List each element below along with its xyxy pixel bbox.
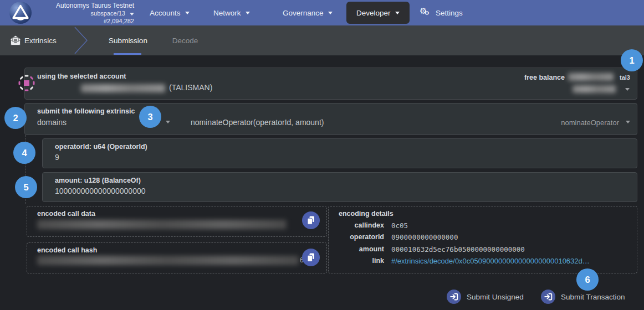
encoding-key-link: link [329, 257, 384, 265]
selected-account-panel[interactable]: using the selected account (TALISMAN) fr… [24, 68, 637, 100]
submit-unsigned-button[interactable]: Submit Unsigned [447, 290, 524, 304]
method-signature: nominateOperator(operatorId, amount) [191, 118, 324, 127]
chevron-down-icon [130, 13, 134, 16]
tab-submission[interactable]: Submission [103, 25, 153, 55]
tab-decode[interactable]: Decode [165, 25, 205, 55]
encoding-details-box: encoding details callindex 0c05 operator… [328, 206, 637, 273]
annotation-badge-4: 4 [13, 142, 35, 164]
annotation-badge-2: 2 [4, 107, 27, 129]
free-balance-label: free balance [524, 74, 565, 81]
decode-link[interactable]: #/extrinsics/decode/0x0c0509000000000000… [391, 257, 590, 265]
copy-call-data-button[interactable] [302, 211, 320, 229]
extrinsic-label: submit the following extrinsic [37, 107, 135, 115]
section-title: Extrinsics [24, 25, 57, 55]
chevron-down-icon [246, 12, 250, 14]
param-operatorid-field[interactable]: operatorId: u64 (OperatorId) 9 [42, 138, 637, 168]
redacted-account-name [81, 84, 165, 92]
nav-network[interactable]: Network [213, 0, 250, 25]
copy-icon [307, 216, 315, 225]
nav-governance[interactable]: Governance [283, 0, 333, 25]
autonomys-logo-icon [9, 1, 32, 24]
annotation-badge-6: 6 [576, 268, 599, 291]
encoding-details-title: encoding details [339, 210, 393, 218]
encoding-value-operatorid: 0900000000000000 [391, 233, 458, 241]
runtime-selector[interactable]: subspace/13 [31, 9, 134, 17]
param-operatorid-input[interactable]: 9 [55, 153, 59, 162]
sign-in-icon [541, 290, 555, 304]
tab-bar: Extrinsics Submission Decode [0, 25, 644, 55]
chain-info: Autonomys Taurus Testnet subspace/13 #2,… [31, 2, 134, 25]
gear-icon: ⚙⚙ [420, 7, 431, 18]
account-identicon[interactable] [18, 74, 35, 92]
encoded-call-data-label: encoded call data [37, 210, 95, 218]
chevron-down-icon [185, 12, 190, 14]
param-operatorid-label: operatorId: u64 (OperatorId) [55, 143, 147, 151]
method-select-caret[interactable] [626, 121, 630, 123]
section-select-caret[interactable] [166, 121, 170, 123]
top-navbar: Autonomys Taurus Testnet subspace/13 #2,… [0, 0, 644, 25]
extrinsic-panel: submit the following extrinsic domains n… [24, 103, 637, 135]
breadcrumb-chevron [72, 25, 90, 55]
param-amount-input[interactable]: 100000000000000000000 [55, 187, 146, 195]
sign-in-icon [447, 290, 461, 304]
redacted-call-hash [37, 256, 299, 265]
encoding-value-amount: 000010632d5ec76b0500000000000000 [391, 245, 525, 254]
chevron-down-icon [395, 12, 400, 14]
encoded-call-hash-label: encoded call hash [37, 246, 97, 254]
extrinsics-icon [10, 35, 21, 46]
redacted-balance-value [568, 73, 614, 81]
block-number: #2,094,282 [31, 17, 134, 25]
encoded-call-data-box: encoded call data [27, 206, 327, 237]
param-amount-field[interactable]: amount: u128 (BalanceOf) 100000000000000… [42, 172, 637, 202]
annotation-badge-1: 1 [621, 49, 643, 71]
chevron-down-icon [328, 12, 333, 14]
param-amount-label: amount: u128 (BalanceOf) [55, 177, 141, 184]
annotation-badge-5: 5 [15, 176, 37, 198]
encoding-value-callindex: 0c05 [391, 221, 408, 230]
encoded-call-hash-box: encoded call hash 6 [27, 242, 327, 273]
copy-icon [307, 253, 315, 262]
redacted-call-data [37, 220, 287, 229]
encoding-key-operatorid: operatorid [329, 233, 384, 241]
encoding-key-amount: amount [329, 245, 384, 253]
redacted-balance-secondary [573, 85, 616, 93]
section-select[interactable]: domains [37, 118, 67, 127]
account-label: using the selected account [37, 73, 126, 80]
chain-name: Autonomys Taurus Testnet [31, 2, 134, 9]
method-select[interactable]: nominateOperator [561, 118, 619, 127]
account-dropdown-caret[interactable] [625, 88, 630, 91]
annotation-badge-3: 3 [139, 106, 161, 128]
balance-unit: tai3 [620, 74, 630, 81]
nav-settings[interactable]: ⚙⚙ Settings [420, 0, 463, 25]
nav-developer[interactable]: Developer [346, 2, 410, 24]
account-source: (TALISMAN) [169, 83, 212, 92]
encoding-key-callindex: callindex [329, 221, 384, 229]
submit-transaction-button[interactable]: Submit Transaction [541, 290, 625, 304]
active-tab-underline [114, 53, 141, 55]
copy-call-hash-button[interactable] [302, 249, 320, 266]
nav-accounts[interactable]: Accounts [150, 0, 190, 25]
